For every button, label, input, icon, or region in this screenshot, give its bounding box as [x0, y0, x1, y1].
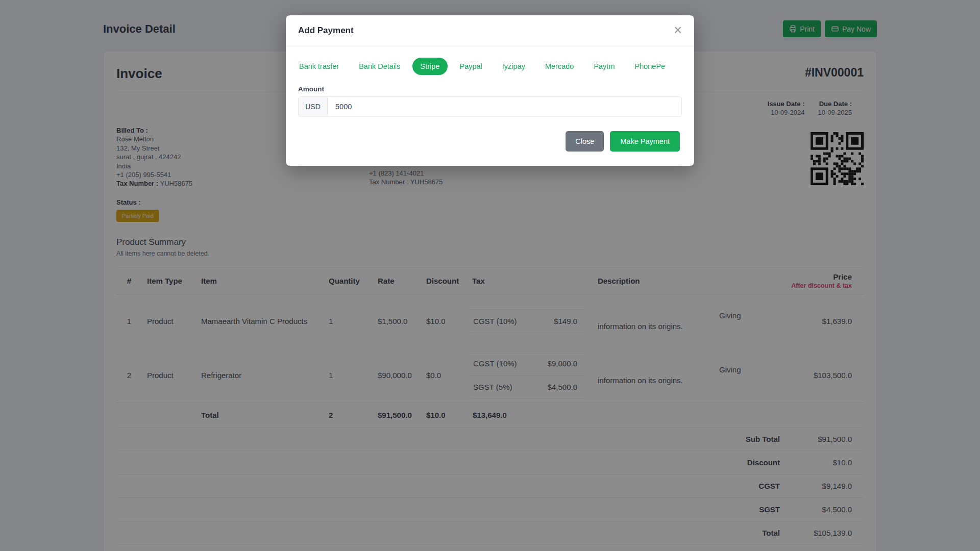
- amount-input[interactable]: [328, 97, 681, 116]
- modal-footer: Close Make Payment: [286, 119, 694, 166]
- payment-method-tabs: Bank trasfer Bank Details Stripe Paypal …: [291, 58, 682, 75]
- modal-header: Add Payment ×: [286, 15, 694, 46]
- close-icon[interactable]: ×: [671, 20, 685, 40]
- tab-iyzipay[interactable]: Iyzipay: [494, 58, 533, 75]
- currency-prefix: USD: [299, 97, 328, 116]
- tab-bank-transfer[interactable]: Bank trasfer: [291, 58, 347, 75]
- tab-mercado[interactable]: Mercado: [537, 58, 582, 75]
- add-payment-modal: Add Payment × Bank trasfer Bank Details …: [286, 15, 694, 166]
- tab-stripe[interactable]: Stripe: [412, 58, 448, 75]
- make-payment-button[interactable]: Make Payment: [610, 131, 680, 152]
- amount-label: Amount: [298, 85, 682, 93]
- tab-bank-details[interactable]: Bank Details: [351, 58, 408, 75]
- close-button[interactable]: Close: [566, 131, 604, 152]
- modal-title: Add Payment: [298, 26, 354, 35]
- modal-body: Bank trasfer Bank Details Stripe Paypal …: [286, 46, 694, 119]
- tab-phonepe[interactable]: PhonePe: [626, 58, 673, 75]
- tab-paypal[interactable]: Paypal: [451, 58, 490, 75]
- amount-input-group: USD: [298, 96, 682, 117]
- tab-paytm[interactable]: Paytm: [585, 58, 623, 75]
